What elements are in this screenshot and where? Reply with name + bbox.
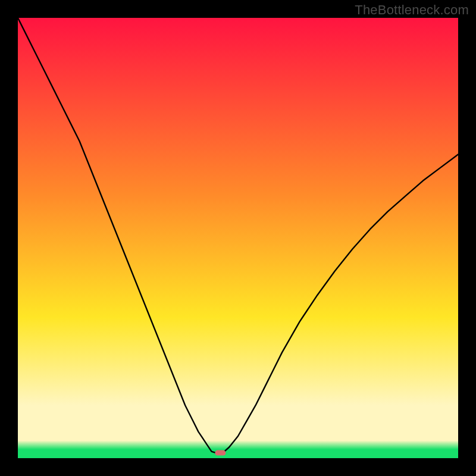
optimum-marker <box>215 450 226 456</box>
chart-svg <box>18 18 458 458</box>
watermark-text: TheBottleneck.com <box>355 2 469 18</box>
gradient-background <box>18 18 458 458</box>
chart-frame: TheBottleneck.com <box>0 0 476 476</box>
plot-area <box>18 18 458 458</box>
